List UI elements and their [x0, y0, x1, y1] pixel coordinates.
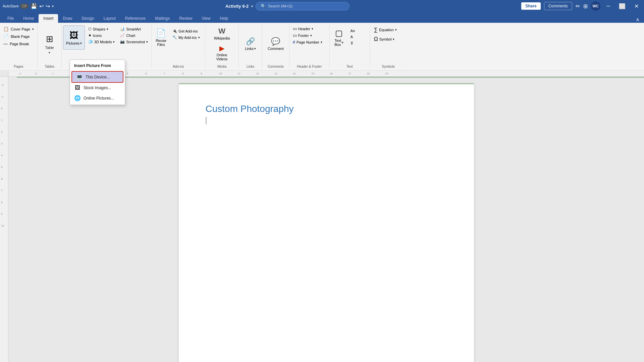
- pictures-arrow: ▾: [80, 42, 82, 45]
- autosave-state: Off: [22, 4, 26, 8]
- footer-button[interactable]: ▭ Footer ▾: [291, 32, 328, 39]
- get-addins-icon: 🔌: [172, 29, 177, 33]
- pictures-label: Pictures: [66, 41, 79, 45]
- user-avatar[interactable]: WC: [591, 1, 600, 11]
- undo-button[interactable]: ↩: [39, 3, 44, 9]
- dropcap-icon: ⊻: [351, 41, 353, 45]
- equation-button[interactable]: ∑ Equation ▾: [371, 25, 399, 34]
- tab-mailings[interactable]: Mailings: [150, 14, 174, 23]
- tab-review[interactable]: Review: [174, 14, 197, 23]
- blank-page-button[interactable]: 📄 Blank Page: [1, 33, 36, 40]
- wikipedia-button[interactable]: W Wikipedia: [211, 25, 233, 42]
- footer-icon: ▭: [293, 33, 297, 38]
- 3d-models-icon: 🧊: [88, 40, 93, 44]
- this-device-label: This Device...: [86, 75, 110, 79]
- quick-parts-button[interactable]: A≡: [348, 28, 357, 34]
- text-group-label: Text: [331, 64, 368, 69]
- title-bar-right: Share Comments ✏ ⊞ WC ─ ⬜ ✕: [521, 1, 641, 11]
- wikipedia-icon: W: [218, 27, 225, 36]
- screenshot-button[interactable]: 📷 Screenshot ▾: [118, 39, 150, 45]
- close-button[interactable]: ✕: [632, 2, 641, 10]
- cover-page-label: Cover Page: [11, 27, 30, 31]
- page-number-button[interactable]: # Page Number ▾: [291, 39, 328, 45]
- comments-button[interactable]: Comments: [544, 2, 572, 10]
- redo-button[interactable]: ↪: [46, 3, 50, 9]
- my-addins-button[interactable]: 🔧 My Add-ins ▾: [170, 35, 202, 40]
- 3d-models-button[interactable]: 🧊 3D Models ▾: [86, 39, 117, 45]
- document-heading[interactable]: Custom Photography: [206, 104, 447, 114]
- pictures-button[interactable]: 🖼 Pictures ▾: [63, 25, 85, 50]
- symbol-button[interactable]: Ω Symbol ▾: [371, 35, 397, 44]
- wordart-icon: A: [351, 35, 353, 39]
- chart-button[interactable]: 📈 Chart: [118, 33, 150, 38]
- chart-label: Chart: [126, 34, 135, 38]
- tab-draw[interactable]: Draw: [58, 14, 77, 23]
- smartart-button[interactable]: 📊 SmartArt: [118, 26, 150, 32]
- cover-page-icon: 📋: [3, 26, 9, 32]
- tab-layout[interactable]: Layout: [99, 14, 120, 23]
- this-device-item[interactable]: 💻 This Device...: [71, 71, 123, 83]
- ribbon-collapse-icon[interactable]: ∧: [634, 16, 641, 23]
- insert-picture-dropdown: Insert Picture From 💻 This Device... 🖼 S…: [70, 60, 125, 105]
- symbol-label: Symbol: [379, 37, 392, 41]
- ribbon-tabs: File Home Insert Draw Design Layout Refe…: [0, 12, 644, 23]
- dropcap-button[interactable]: ⊻: [348, 40, 357, 46]
- search-box[interactable]: 🔍 Search (Alt+Q): [256, 2, 350, 10]
- 3d-models-arrow: ▾: [113, 40, 115, 44]
- tab-help[interactable]: Help: [215, 14, 233, 23]
- smartart-label: SmartArt: [126, 27, 141, 31]
- tab-file[interactable]: File: [3, 14, 18, 23]
- text-box-button[interactable]: ▢ TextBox ▾: [331, 25, 347, 50]
- share-button[interactable]: Share: [521, 2, 540, 10]
- tab-home[interactable]: Home: [18, 14, 39, 23]
- page-number-arrow: ▾: [321, 41, 322, 44]
- tab-references[interactable]: References: [120, 14, 150, 23]
- get-addins-button[interactable]: 🔌 Get Add-ins: [170, 28, 202, 34]
- links-button[interactable]: 🔗 Links ▾: [242, 36, 259, 52]
- screenshot-label: Screenshot: [126, 40, 145, 44]
- pages-group-label: Pages: [1, 64, 36, 69]
- document-page[interactable]: Custom Photography: [179, 83, 474, 362]
- reuse-files-icon: 📄: [156, 28, 166, 38]
- maximize-button[interactable]: ⬜: [616, 2, 628, 10]
- header-arrow: ▾: [312, 27, 313, 31]
- tab-view[interactable]: View: [197, 14, 215, 23]
- cover-page-button[interactable]: 📋 Cover Page ▾: [1, 25, 36, 33]
- tables-group-label: Tables: [45, 64, 54, 69]
- autosave-toggle[interactable]: Off: [20, 4, 29, 9]
- wordart-button[interactable]: A: [348, 34, 357, 40]
- tab-design[interactable]: Design: [77, 14, 99, 23]
- quick-parts-icon: A≡: [351, 29, 355, 33]
- document-area[interactable]: Custom Photography: [8, 77, 644, 362]
- doc-dropdown-arrow[interactable]: ▾: [251, 4, 253, 8]
- shapes-icon: ⬡: [88, 27, 92, 31]
- online-videos-button[interactable]: ▶ OnlineVideos: [211, 43, 233, 62]
- reuse-files-button[interactable]: 📄 ReuseFiles: [153, 25, 169, 50]
- page-number-icon: #: [293, 40, 295, 45]
- table-icon: ⊞: [46, 34, 53, 44]
- my-addins-label: My Add-ins: [178, 36, 197, 40]
- autosave-badge: AutoSave Off: [3, 4, 29, 9]
- header-button[interactable]: ▭ Header ▾: [291, 25, 328, 32]
- comment-button[interactable]: 💬 Comment: [265, 36, 286, 52]
- links-label: Links: [245, 47, 254, 51]
- icons-button[interactable]: ★ Icons: [86, 33, 117, 38]
- text-box-label: TextBox: [334, 39, 341, 47]
- minimize-button[interactable]: ─: [604, 2, 613, 10]
- footer-arrow: ▾: [310, 34, 312, 37]
- tab-insert[interactable]: Insert: [39, 14, 58, 23]
- online-pictures-item[interactable]: 🌐 Online Pictures...: [70, 93, 125, 103]
- links-group-label: Links: [240, 64, 261, 69]
- pen-icon[interactable]: ✏: [576, 3, 580, 9]
- footer-label: Footer: [298, 34, 309, 38]
- table-button[interactable]: ⊞ Table ▾: [42, 32, 57, 56]
- get-addins-label: Get Add-ins: [178, 29, 198, 33]
- shapes-button[interactable]: ⬡ Shapes ▾: [86, 26, 117, 32]
- layout-icon[interactable]: ⊞: [583, 3, 588, 9]
- stock-images-item[interactable]: 🖼 Stock Images...: [70, 83, 125, 93]
- page-break-button[interactable]: — Page Break: [1, 40, 36, 47]
- save-button[interactable]: 💾: [31, 3, 37, 9]
- table-arrow: ▾: [49, 51, 50, 54]
- cover-page-arrow: ▾: [32, 27, 34, 31]
- customize-button[interactable]: ▾: [52, 4, 54, 8]
